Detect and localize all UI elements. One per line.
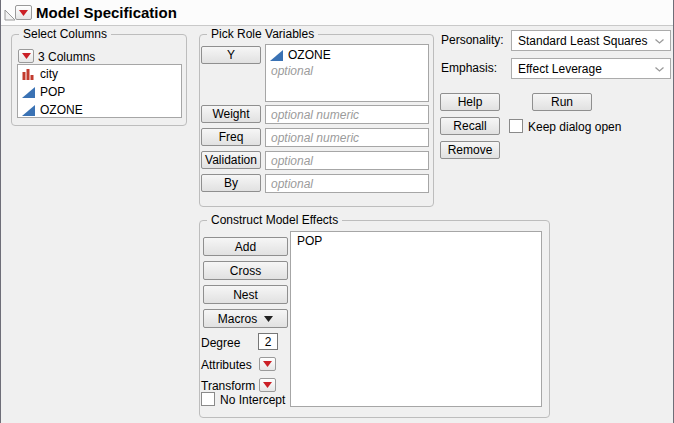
emphasis-dropdown[interactable]: Effect Leverage (511, 58, 671, 79)
no-intercept-label: No Intercept (220, 393, 285, 407)
column-name: city (40, 67, 58, 81)
freq-role-field[interactable]: optional numeric (265, 128, 429, 147)
construct-model-effects-title: Construct Model Effects (207, 213, 342, 227)
select-columns-title: Select Columns (19, 27, 111, 41)
fit-model-dialog: Model Specification Select Columns 3 Col… (0, 0, 674, 423)
list-item[interactable]: OZONE (18, 101, 181, 118)
y-role-placeholder: optional (266, 64, 428, 78)
keep-dialog-open-checkbox[interactable] (509, 119, 523, 133)
list-item[interactable]: city (18, 65, 181, 83)
personality-dropdown[interactable]: Standard Least Squares (511, 30, 671, 51)
y-role-button[interactable]: Y (201, 46, 261, 64)
page-title: Model Specification (36, 4, 177, 21)
effect-name: POP (297, 234, 322, 248)
nominal-column-icon (22, 68, 35, 80)
personality-value: Standard Least Squares (518, 34, 647, 48)
chevron-down-icon (655, 39, 664, 44)
run-button[interactable]: Run (532, 93, 592, 111)
by-placeholder: optional (271, 177, 313, 191)
by-role-button[interactable]: By (201, 174, 261, 192)
weight-placeholder: optional numeric (271, 108, 359, 122)
columns-listbox[interactable]: city POP OZONE (17, 64, 182, 118)
recall-button[interactable]: Recall (440, 117, 500, 135)
cross-button[interactable]: Cross (203, 261, 288, 280)
effect-item[interactable]: POP (291, 232, 541, 249)
columns-red-triangle-button[interactable] (18, 49, 34, 63)
red-triangle-icon (19, 10, 28, 16)
freq-placeholder: optional numeric (271, 131, 359, 145)
attributes-label: Attributes (201, 358, 252, 372)
validation-role-button[interactable]: Validation (201, 151, 261, 169)
transform-label: Transform (201, 379, 255, 393)
degree-label: Degree (201, 336, 240, 350)
continuous-column-icon (22, 104, 35, 116)
column-name: POP (40, 85, 65, 99)
red-triangle-icon (22, 53, 31, 59)
personality-label: Personality: (441, 33, 504, 47)
macros-button[interactable]: Macros (203, 309, 288, 328)
y-role-value: OZONE (288, 48, 331, 62)
black-triangle-icon (264, 316, 273, 322)
red-triangle-icon (263, 382, 272, 388)
degree-input[interactable] (258, 333, 278, 350)
attributes-red-triangle-button[interactable] (259, 357, 276, 371)
chevron-down-icon (655, 67, 664, 72)
weight-role-field[interactable]: optional numeric (265, 105, 429, 124)
validation-placeholder: optional (271, 154, 313, 168)
remove-button[interactable]: Remove (440, 141, 500, 159)
emphasis-value: Effect Leverage (518, 62, 602, 76)
red-triangle-menu-button[interactable] (15, 5, 32, 20)
no-intercept-checkbox[interactable] (201, 392, 215, 406)
emphasis-label: Emphasis: (441, 61, 497, 75)
model-effects-listbox[interactable]: POP (290, 231, 542, 407)
y-role-listbox[interactable]: OZONE optional (265, 44, 429, 102)
keep-dialog-open-label: Keep dialog open (528, 120, 621, 134)
list-item[interactable]: POP (18, 83, 181, 101)
add-button[interactable]: Add (203, 237, 288, 256)
continuous-column-icon (22, 86, 35, 98)
transform-red-triangle-button[interactable] (259, 378, 276, 392)
macros-label: Macros (218, 312, 257, 326)
weight-role-button[interactable]: Weight (201, 105, 261, 123)
continuous-column-icon (270, 49, 283, 61)
outline-title-bar: Model Specification (1, 0, 673, 26)
columns-count-label: 3 Columns (38, 50, 95, 64)
red-triangle-icon (263, 361, 272, 367)
freq-role-button[interactable]: Freq (201, 128, 261, 146)
y-role-item[interactable]: OZONE (266, 45, 428, 64)
validation-role-field[interactable]: optional (265, 151, 429, 170)
by-role-field[interactable]: optional (265, 174, 429, 193)
help-button[interactable]: Help (440, 93, 500, 111)
pick-role-variables-title: Pick Role Variables (207, 27, 318, 41)
nest-button[interactable]: Nest (203, 285, 288, 304)
column-name: OZONE (40, 103, 83, 117)
